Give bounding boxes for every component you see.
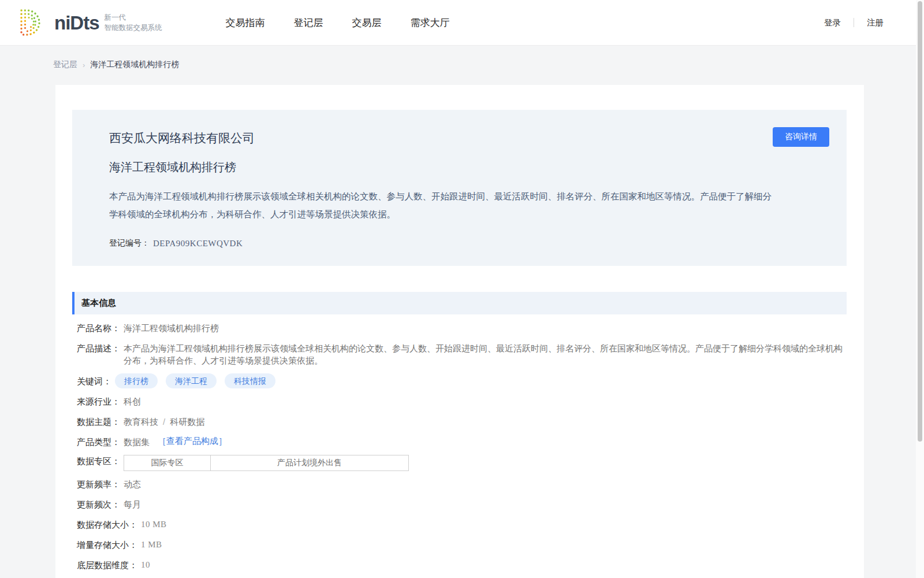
register-link[interactable]: 注册 xyxy=(867,17,884,28)
field-storage-size: 数据存储大小： 10 MB xyxy=(77,514,847,535)
field-data-zone: 数据专区： 国际专区 产品计划境外出售 xyxy=(77,452,847,474)
breadcrumb-current: 海洋工程领域机构排行榜 xyxy=(90,60,179,70)
topic-value-2: 科研数据 xyxy=(170,416,204,428)
basic-info-section-header: 基本信息 xyxy=(72,292,847,314)
field-incremental-size: 增量存储大小： 1 MB xyxy=(77,535,847,555)
field-label: 来源行业： xyxy=(77,395,120,407)
field-value: 科创 xyxy=(124,395,141,407)
field-label: 数据存储大小： xyxy=(77,518,137,531)
nav-item-trade-layer[interactable]: 交易层 xyxy=(352,16,382,29)
main-nav: 交易指南 登记层 交易层 需求大厅 xyxy=(226,16,450,29)
product-title: 海洋工程领域机构排行榜 xyxy=(109,160,777,175)
field-value: 数据集 xyxy=(124,436,150,448)
keyword-tag[interactable]: 排行榜 xyxy=(115,373,158,388)
field-value: 每月 xyxy=(124,498,141,510)
zone-cell-overseas-sale: 产品计划境外出售 xyxy=(211,455,408,470)
auth-divider xyxy=(854,18,854,27)
registration-row: 登记编号： DEPA909KCEWQVDK xyxy=(109,238,777,249)
field-coverage: 覆盖范围： 全球 xyxy=(77,575,847,578)
section-title: 基本信息 xyxy=(81,298,116,309)
keyword-tag[interactable]: 科技情报 xyxy=(225,373,275,388)
dotted-d-logo-icon xyxy=(17,8,46,38)
scrollbar-track xyxy=(916,0,924,578)
scrollbar-thumb[interactable] xyxy=(918,1,922,442)
field-label: 增量存储大小： xyxy=(77,539,137,551)
auth-links: 登录 注册 xyxy=(824,17,884,28)
field-label: 底层数据维度： xyxy=(77,559,137,571)
nav-item-demand-hall[interactable]: 需求大厅 xyxy=(411,16,450,29)
field-update-rate: 更新频率： 动态 xyxy=(77,474,847,494)
nav-item-registry-layer[interactable]: 登记层 xyxy=(294,16,323,29)
field-product-desc: 产品描述： 本产品为海洋工程领域机构排行榜展示该领域全球相关机构的论文数、参与人… xyxy=(77,338,847,370)
zone-cell-international: 国际专区 xyxy=(124,455,211,470)
brand-logo[interactable]: niDts 新一代 智能数据交易系统 xyxy=(17,8,162,38)
field-label: 产品描述： xyxy=(77,342,120,354)
topic-separator: / xyxy=(163,416,165,428)
field-value: 海洋工程领域机构排行榜 xyxy=(124,322,219,334)
keyword-tags: 排行榜 海洋工程 科技情报 xyxy=(115,373,275,388)
field-label: 数据主题： xyxy=(77,416,120,428)
field-value: 10 MB xyxy=(141,518,167,531)
brand-tagline: 新一代 智能数据交易系统 xyxy=(105,12,162,33)
registration-number: DEPA909KCEWQVDK xyxy=(153,239,243,249)
field-label: 产品类型： xyxy=(77,436,120,448)
field-update-times: 更新频次： 每月 xyxy=(77,494,847,514)
field-keywords: 关键词： 排行榜 海洋工程 科技情报 xyxy=(77,370,847,391)
tagline-line2: 智能数据交易系统 xyxy=(105,23,162,33)
field-value: 1 MB xyxy=(141,539,162,551)
field-product-type: 产品类型： 数据集 ［查看产品构成］ xyxy=(77,432,847,452)
view-product-composition-link[interactable]: ［查看产品构成］ xyxy=(158,436,227,447)
top-bar: niDts 新一代 智能数据交易系统 交易指南 登记层 交易层 需求大厅 登录 … xyxy=(0,0,924,46)
topic-value-1: 教育科技 xyxy=(124,416,158,428)
field-label: 更新频次： xyxy=(77,498,120,510)
field-data-topic: 数据主题： 教育科技 / 科研数据 xyxy=(77,412,847,432)
product-description: 本产品为海洋工程领域机构排行榜展示该领域全球相关机构的论文数、参与人数、开始跟进… xyxy=(109,187,777,223)
product-detail-card: 西安瓜大网络科技有限公司 海洋工程领域机构排行榜 本产品为海洋工程领域机构排行榜… xyxy=(55,85,864,578)
tagline-line1: 新一代 xyxy=(105,12,162,23)
field-source-industry: 来源行业： 科创 xyxy=(77,391,847,412)
field-label: 更新频率： xyxy=(77,478,120,490)
consult-details-button[interactable]: 咨询详情 xyxy=(773,127,829,147)
field-value: 动态 xyxy=(124,478,141,490)
field-label: 关键词： xyxy=(77,375,111,387)
field-label: 数据专区： xyxy=(77,455,120,467)
basic-info-fields: 产品名称： 海洋工程领域机构排行榜 产品描述： 本产品为海洋工程领域机构排行榜展… xyxy=(72,314,847,578)
field-value: 10 xyxy=(141,559,150,571)
product-hero: 西安瓜大网络科技有限公司 海洋工程领域机构排行榜 本产品为海洋工程领域机构排行榜… xyxy=(72,110,847,266)
data-zone-table: 国际专区 产品计划境外出售 xyxy=(124,455,409,471)
field-data-dimensions: 底层数据维度： 10 xyxy=(77,555,847,575)
chevron-right-icon: › xyxy=(83,61,85,69)
registration-label: 登记编号： xyxy=(109,238,150,249)
field-product-name: 产品名称： 海洋工程领域机构排行榜 xyxy=(77,318,847,338)
field-value: 本产品为海洋工程领域机构排行榜展示该领域全球相关机构的论文数、参与人数、开始跟进… xyxy=(124,342,847,366)
nav-item-trade-guide[interactable]: 交易指南 xyxy=(226,16,265,29)
keyword-tag[interactable]: 海洋工程 xyxy=(166,373,217,388)
breadcrumb-parent[interactable]: 登记层 xyxy=(53,60,77,70)
field-label: 产品名称： xyxy=(77,322,120,334)
company-name: 西安瓜大网络科技有限公司 xyxy=(109,130,777,146)
brand-wordmark: niDts xyxy=(54,13,99,32)
login-link[interactable]: 登录 xyxy=(824,17,841,28)
breadcrumb: 登记层 › 海洋工程领域机构排行榜 xyxy=(53,60,924,70)
